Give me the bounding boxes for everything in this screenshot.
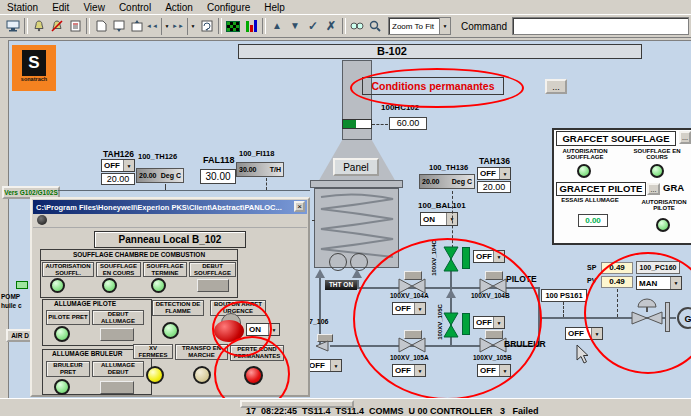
dropdown-arrow-icon[interactable]: ▼: [187, 18, 198, 35]
fi118-readout: 30.00T/H: [236, 162, 284, 177]
grafcet-soufflage-more-button[interactable]: ...: [679, 131, 691, 144]
hc102-value[interactable]: 60.00: [389, 117, 427, 130]
xv106-valve-icon: [315, 340, 329, 352]
new-page-icon[interactable]: [92, 18, 110, 35]
toolbar-separator: [24, 18, 28, 34]
soufflage-en-cours-label: SOUFFLAGE EN COURS: [628, 148, 686, 161]
grafcet-soufflage-title: GRAFCET SOUFFLAGE: [556, 131, 676, 146]
essais-allumage-value[interactable]: 0.00: [578, 214, 608, 227]
xv106-tag-partial: 7_106: [309, 318, 328, 325]
toolbar-separator: [342, 18, 346, 34]
debut-allumage-button[interactable]: [100, 328, 134, 341]
burner-port-1: [329, 253, 347, 271]
xv106-mode-select[interactable]: OFF▼: [306, 359, 342, 372]
page-recall-icon[interactable]: [198, 18, 216, 35]
page-title: B-102: [238, 44, 642, 59]
tah136-tag: TAH136: [479, 157, 510, 166]
pilote-pret-lamp: [54, 326, 70, 342]
pomp-label-partial: POMP: [1, 294, 20, 301]
auth-pilote-lamp: [656, 218, 670, 232]
tah126-mode-select[interactable]: OFF▼: [101, 159, 135, 172]
detection-flamme-label: DETECTION DE FLAMME: [152, 300, 204, 316]
th126-readout: 20.00Deg C: [136, 168, 184, 183]
dropdown-arrow-icon[interactable]: ▼: [499, 168, 510, 179]
debut-soufflage-label: DEBUT SOUFFLAGE: [189, 262, 236, 277]
allumage-debut-label: ALLUMAGE DEBUT: [92, 361, 144, 377]
trend-icon[interactable]: [242, 18, 260, 35]
page-down-icon[interactable]: [110, 18, 128, 35]
conditions-more-button[interactable]: ...: [545, 79, 567, 94]
sonatrach-wordmark: sonatrach: [12, 76, 56, 82]
menu-configure[interactable]: Configure: [200, 2, 257, 13]
menu-control[interactable]: Control: [112, 2, 158, 13]
allumage-pilote-title: ALLUMAGE PILOTE: [54, 301, 116, 308]
dropdown-arrow-icon[interactable]: ▼: [330, 360, 341, 371]
sonatrach-logo: S sonatrach: [12, 45, 56, 91]
dropdown-arrow-icon[interactable]: ▼: [439, 18, 450, 34]
auth-souffl-lamp: [50, 278, 65, 293]
alarm-silence-icon[interactable]: [48, 18, 66, 35]
alarm-summary-icon[interactable]: [66, 18, 84, 35]
page-forward-icon[interactable]: ►►▼: [172, 18, 198, 35]
checkpoint-flag-icon[interactable]: [224, 18, 242, 35]
menu-view[interactable]: View: [76, 2, 112, 13]
toolbar: ◄◄▼ ►►▼ ▲ ▼ ✓ ✗ Zoom To Fit▼ Command: [0, 14, 691, 38]
fal118-tag: FAL118: [203, 156, 235, 165]
menu-help[interactable]: Help: [257, 2, 292, 13]
find-icon[interactable]: [348, 18, 366, 35]
dropdown-arrow-icon[interactable]: ▼: [123, 160, 134, 171]
page-back-icon[interactable]: ◄◄▼: [146, 18, 172, 35]
xv-fermees-lamp: [146, 366, 164, 384]
allumage-debut-button[interactable]: [100, 381, 134, 394]
zoom-icon[interactable]: [366, 18, 384, 35]
panel-button[interactable]: Panel: [333, 158, 379, 176]
bruleur-pret-label: BRULEUR PRET: [46, 361, 90, 377]
flow-arrow-up: [352, 269, 362, 278]
damper-gauge: [342, 119, 372, 129]
station-icon[interactable]: [4, 18, 22, 35]
alarm-status-line[interactable]: 17 08:22:45 TS11.4 TS11.4 COMMS U 00 CON…: [246, 406, 539, 416]
menu-action[interactable]: Action: [158, 2, 200, 13]
zoom-mode-select[interactable]: Zoom To Fit▼: [388, 17, 451, 35]
connector: [165, 184, 166, 190]
close-icon[interactable]: ×: [294, 201, 305, 212]
connector: [563, 302, 564, 317]
fal118-value[interactable]: 30.00: [200, 169, 236, 184]
popup-titlebar[interactable]: C:\Program Files\Honeywell\Experion PKS\…: [33, 200, 307, 214]
pump-status-partial: [16, 281, 28, 289]
toolbar-separator: [218, 18, 222, 34]
accept-icon[interactable]: ✓: [304, 18, 322, 35]
flow-arrow-up: [315, 269, 325, 278]
menu-edit[interactable]: Edit: [45, 2, 76, 13]
tah136-value[interactable]: 20.00: [477, 181, 511, 193]
tht-status: THT ON: [325, 280, 357, 290]
tah126-value[interactable]: 20.00: [101, 173, 135, 185]
soufflage-en-cours-lamp: [650, 164, 664, 178]
dropdown-arrow-icon[interactable]: ▼: [161, 18, 172, 35]
raise-icon[interactable]: ▲: [268, 18, 286, 35]
lower-icon[interactable]: ▼: [286, 18, 304, 35]
annotate-tool-icon[interactable]: [37, 215, 47, 225]
pilote-pret-label: PILOTE PRET: [46, 310, 90, 325]
page-up-icon[interactable]: [128, 18, 146, 35]
reject-icon[interactable]: ✗: [322, 18, 340, 35]
toolbar-separator: [262, 18, 266, 34]
allumage-bruleur-title: ALLUMAGE BRULEUR: [52, 351, 122, 358]
debut-soufflage-button[interactable]: [197, 279, 229, 292]
menu-station[interactable]: Station: [0, 2, 45, 13]
annotation-ellipse-conditions: [350, 68, 524, 108]
tah136-mode-select[interactable]: OFF▼: [477, 167, 511, 180]
fi118-tag: 100_FI118: [239, 150, 274, 158]
auth-soufflage-lamp: [577, 164, 591, 178]
huile-label-partial: huile c: [1, 303, 22, 310]
th136-readout: 20.00Deg C: [419, 174, 475, 189]
soufflage-group-title: SOUFFLAGE CHAMBRE DE COMBUSTION: [40, 249, 238, 261]
popup-header: Panneau Local B_102: [94, 231, 246, 248]
connector: [266, 178, 267, 190]
grafcet-pilote-more-button[interactable]: ...: [647, 183, 660, 195]
command-input[interactable]: [512, 17, 689, 35]
furnace-ledge: [310, 180, 403, 188]
alarm-ack-icon[interactable]: [30, 18, 48, 35]
bruleur-pret-lamp: [54, 379, 70, 395]
souff-termine-label: SOUFFLAGE TERMINE: [143, 262, 187, 277]
